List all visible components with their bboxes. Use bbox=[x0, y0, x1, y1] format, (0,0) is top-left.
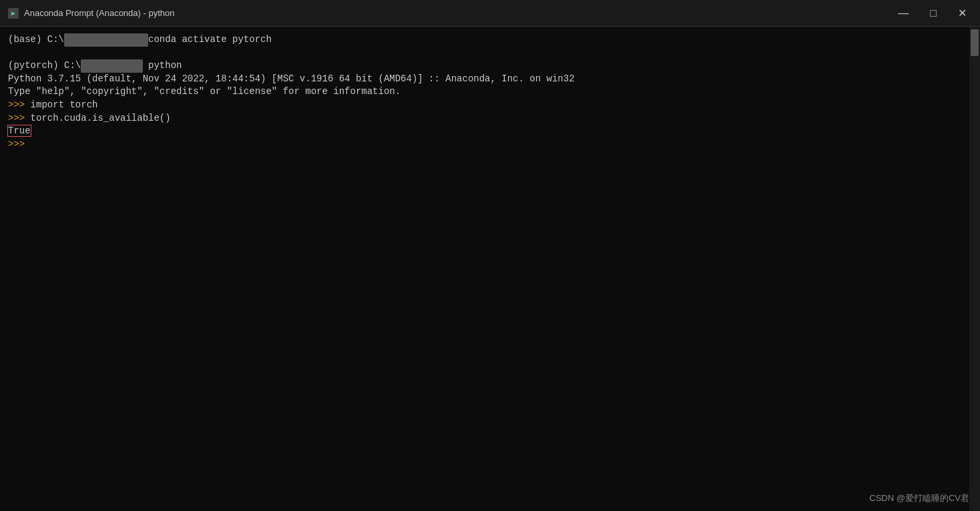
terminal-content[interactable]: (base) C:\██████ ████████conda activate … bbox=[0, 27, 969, 511]
terminal-line-2: (pytorch) C:\████████ ██ python bbox=[8, 59, 961, 73]
maximize-button[interactable]: □ bbox=[925, 5, 942, 21]
terminal-line-6: >>> torch.cuda.is_available() bbox=[8, 112, 961, 125]
window-title: Anaconda Prompt (Anaconda) - python bbox=[24, 8, 174, 18]
scrollbar[interactable] bbox=[969, 27, 980, 511]
terminal-line-4: Type "help", "copyright", "credits" or "… bbox=[8, 85, 961, 99]
title-bar: ▶ Anaconda Prompt (Anaconda) - python — … bbox=[0, 0, 980, 27]
scrollbar-thumb[interactable] bbox=[971, 29, 979, 56]
close-button[interactable]: ✕ bbox=[953, 5, 972, 21]
watermark: CSDN @爱打瞌睡的CV君 bbox=[869, 492, 969, 504]
terminal-line-8: >>> bbox=[8, 138, 961, 151]
anaconda-prompt-window: ▶ Anaconda Prompt (Anaconda) - python — … bbox=[0, 0, 980, 511]
terminal-line-blank-1 bbox=[8, 47, 961, 60]
minimize-button[interactable]: — bbox=[893, 5, 914, 21]
title-bar-left: ▶ Anaconda Prompt (Anaconda) - python bbox=[8, 8, 174, 19]
terminal-line-1: (base) C:\██████ ████████conda activate … bbox=[8, 33, 961, 47]
true-result: True bbox=[8, 125, 31, 136]
app-icon: ▶ bbox=[8, 8, 19, 19]
terminal-line-7: True bbox=[8, 125, 961, 138]
terminal-line-5: >>> import torch bbox=[8, 99, 961, 112]
window-controls: — □ ✕ bbox=[893, 5, 972, 21]
terminal-line-3: Python 3.7.15 (default, Nov 24 2022, 18:… bbox=[8, 73, 961, 86]
terminal-body: (base) C:\██████ ████████conda activate … bbox=[0, 27, 980, 511]
